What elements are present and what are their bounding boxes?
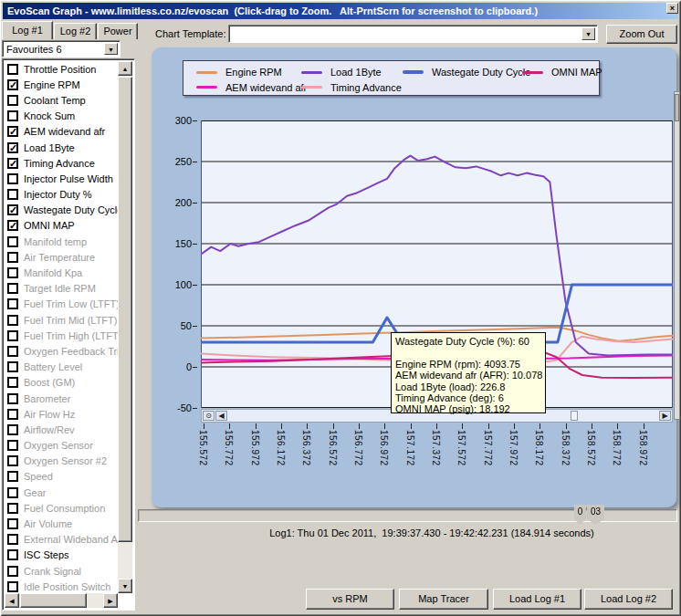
checkbox-checked-icon[interactable]: ✓ xyxy=(7,142,18,153)
checkbox-icon[interactable] xyxy=(7,471,18,482)
list-item[interactable]: Battery Level xyxy=(5,360,118,375)
list-item[interactable]: Injector Duty % xyxy=(5,187,118,203)
checkbox-icon[interactable] xyxy=(7,409,18,420)
chevron-down-icon[interactable]: ▼ xyxy=(104,43,118,55)
vertical-scroll-thumb[interactable] xyxy=(118,77,132,542)
list-item[interactable]: Oxygen Sensor #2 xyxy=(5,454,118,469)
slider-handle-left[interactable]: 0 xyxy=(574,505,586,525)
timeline-slider[interactable]: 0 03 xyxy=(138,509,677,522)
checkbox-icon[interactable] xyxy=(7,361,18,372)
list-horizontal-scrollbar[interactable]: ◀ ▶ xyxy=(5,593,118,608)
checkbox-icon[interactable] xyxy=(7,173,18,184)
list-item[interactable]: Manifold temp xyxy=(5,234,118,249)
scroll-right-icon[interactable]: ▶ xyxy=(103,593,118,608)
close-button[interactable]: × xyxy=(666,3,678,14)
load-log1-button[interactable]: Load Log #1 xyxy=(493,589,581,610)
tab-power[interactable]: Power xyxy=(98,23,138,39)
list-item[interactable]: ✓Timing Advance xyxy=(5,155,118,171)
list-item[interactable]: Target Idle RPM xyxy=(5,281,118,297)
map-tracer-button[interactable]: Map Tracer xyxy=(399,589,488,610)
list-item[interactable]: ✓Engine RPM xyxy=(5,77,118,92)
checkbox-checked-icon[interactable]: ✓ xyxy=(7,126,18,137)
list-item[interactable]: Injector Pulse Width xyxy=(5,171,118,186)
list-item[interactable]: Air Temperature xyxy=(5,249,118,265)
favourites-combobox[interactable]: Favourites 6 ▼ xyxy=(2,40,120,57)
checkbox-icon[interactable] xyxy=(7,315,18,326)
checkbox-icon[interactable] xyxy=(7,252,18,263)
horizontal-scroll-thumb[interactable] xyxy=(20,593,87,608)
list-item[interactable]: Gear xyxy=(5,485,118,500)
checkbox-icon[interactable] xyxy=(7,393,18,404)
checkbox-checked-icon[interactable]: ✓ xyxy=(7,158,18,169)
scroll-down-icon[interactable]: ▼ xyxy=(118,579,132,593)
checkbox-icon[interactable] xyxy=(7,298,18,309)
list-item[interactable]: Air Flow Hz xyxy=(5,406,118,422)
list-item[interactable]: Knock Sum xyxy=(5,109,118,124)
chart-panel[interactable]: Engine RPMLoad 1ByteWastegate Duty Cycle… xyxy=(152,47,676,507)
list-item[interactable]: Oxygen Sensor xyxy=(5,438,118,454)
slider-handle-right[interactable]: 03 xyxy=(587,505,604,525)
list-item[interactable]: ✓AEM widevand afr xyxy=(5,124,118,140)
list-item[interactable]: ISC Steps xyxy=(5,548,118,563)
checkbox-icon[interactable] xyxy=(7,189,18,200)
checkbox-icon[interactable] xyxy=(7,95,18,106)
checkbox-icon[interactable] xyxy=(7,534,18,545)
scroll-up-icon[interactable]: ▲ xyxy=(118,61,132,76)
list-item[interactable]: Manifold Kpa xyxy=(5,265,118,280)
tab-log1[interactable]: Log #1 xyxy=(2,21,53,39)
list-item[interactable]: Boost (GM) xyxy=(5,375,118,391)
checkbox-icon[interactable] xyxy=(7,236,18,247)
checkbox-checked-icon[interactable]: ✓ xyxy=(7,204,18,215)
checkbox-icon[interactable] xyxy=(7,549,18,560)
checkbox-icon[interactable] xyxy=(7,487,18,498)
checkbox-icon[interactable] xyxy=(7,330,18,341)
checkbox-checked-icon[interactable]: ✓ xyxy=(7,79,18,90)
reset-zoom-icon[interactable]: ⊙ xyxy=(203,411,215,421)
checkbox-icon[interactable] xyxy=(7,581,18,592)
list-item[interactable]: Speed xyxy=(5,469,118,485)
scroll-left-icon[interactable]: ◀ xyxy=(5,593,19,608)
list-item[interactable]: Crank Signal xyxy=(5,563,118,579)
checkbox-icon[interactable] xyxy=(7,566,18,577)
checkbox-icon[interactable] xyxy=(7,64,18,75)
checkbox-icon[interactable] xyxy=(7,283,18,294)
list-item[interactable]: ✓Load 1Byte xyxy=(5,140,118,155)
list-item[interactable]: ✓OMNI MAP xyxy=(5,218,118,234)
checkbox-icon[interactable] xyxy=(7,518,18,529)
list-item[interactable]: Airflow/Rev xyxy=(5,422,118,437)
list-item[interactable]: Throttle Position xyxy=(5,61,118,77)
checkbox-checked-icon[interactable]: ✓ xyxy=(7,220,18,231)
list-item[interactable]: Barometer xyxy=(5,391,118,406)
list-item[interactable]: Fuel Consumption xyxy=(5,500,118,516)
checkbox-icon[interactable] xyxy=(7,503,18,514)
list-item[interactable]: Fuel Trim High (LTFT) xyxy=(5,328,118,343)
checkbox-icon[interactable] xyxy=(7,267,18,278)
checkbox-icon[interactable] xyxy=(7,424,18,435)
list-item[interactable]: ✓Wastegate Duty Cycle xyxy=(5,203,118,218)
chart-template-combobox[interactable]: ▼ xyxy=(228,25,598,43)
list-item[interactable]: External Wideband A/ xyxy=(5,532,118,548)
list-vertical-scrollbar[interactable]: ▲ ▼ xyxy=(118,61,132,593)
chevron-down-icon[interactable]: ▼ xyxy=(581,27,595,40)
checkbox-icon[interactable] xyxy=(7,110,18,121)
list-item[interactable]: Oxygen Feedback Trir xyxy=(5,343,118,359)
right-edge-thumb[interactable] xyxy=(675,94,679,121)
pan-left-icon[interactable]: ◀ xyxy=(215,411,227,421)
load-log2-button[interactable]: Load Log #2 xyxy=(584,589,673,610)
chart-scroll-thumb[interactable] xyxy=(571,411,578,421)
list-item[interactable]: Coolant Temp xyxy=(5,92,118,108)
list-item[interactable]: Idle Position Switch xyxy=(5,579,118,593)
checkbox-icon[interactable] xyxy=(7,346,18,357)
title-bar[interactable]: EvoScan Graph - www.limitless.co.nz/evos… xyxy=(3,3,678,19)
pan-right-icon[interactable]: ▶ xyxy=(659,411,671,421)
zoom-out-button[interactable]: Zoom Out xyxy=(606,25,677,44)
right-edge-scrollbar[interactable] xyxy=(674,91,680,420)
checkbox-icon[interactable] xyxy=(7,455,18,466)
checkbox-icon[interactable] xyxy=(7,440,18,451)
list-item[interactable]: Fuel Trim Mid (LTFT) xyxy=(5,312,118,328)
vs-rpm-button[interactable]: vs RPM xyxy=(306,589,394,610)
list-item[interactable]: Air Volume xyxy=(5,516,118,531)
tab-log2[interactable]: Log #2 xyxy=(54,23,97,39)
list-item[interactable]: Fuel Trim Low (LTFT) xyxy=(5,297,118,312)
checkbox-icon[interactable] xyxy=(7,377,18,388)
